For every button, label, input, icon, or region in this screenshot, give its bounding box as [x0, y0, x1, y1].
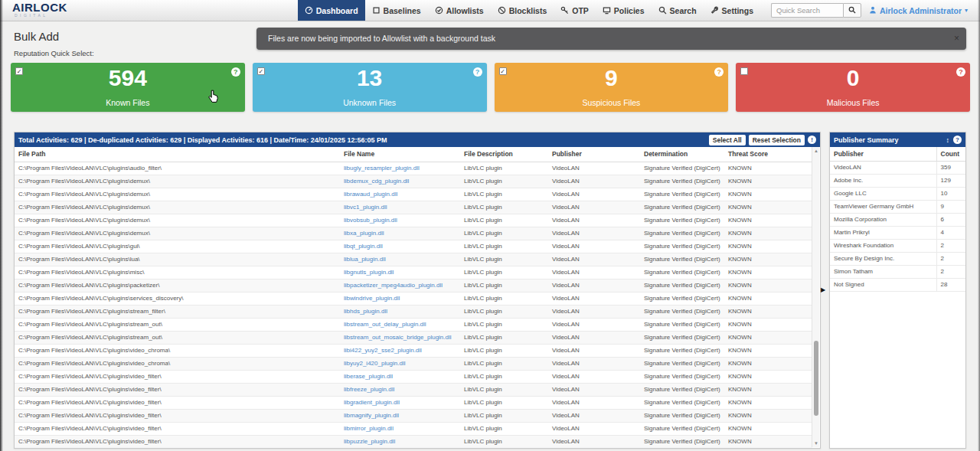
file-name-link[interactable]: libi422_yuy2_sse2_plugin.dll	[344, 347, 422, 354]
file-name-link[interactable]: libgradient_plugin.dll	[344, 399, 400, 406]
table-row[interactable]: C:\Program Files\VideoLAN\VLC\plugins\vi…	[15, 409, 812, 422]
nav-item-label: Baselines	[384, 6, 421, 15]
table-scrollbar[interactable]: ▲ ▼	[812, 147, 819, 447]
help-icon[interactable]: ?	[231, 67, 240, 77]
table-row[interactable]: C:\Program Files\VideoLAN\VLC\plugins\vi…	[15, 357, 812, 370]
reputation-card-malicious-files[interactable]: ?0Malicious Files	[736, 63, 970, 112]
help-icon[interactable]: ?	[953, 136, 962, 144]
nav-item-otp[interactable]: OTP	[554, 0, 596, 21]
file-name-link[interactable]: libfreeze_plugin.dll	[344, 386, 394, 393]
file-name-link[interactable]: libwindrive_plugin.dll	[344, 295, 400, 302]
publisher-table-header-row: PublisherCount	[830, 147, 965, 161]
card-checkbox[interactable]: ✓	[257, 67, 265, 75]
file-name-link[interactable]: libdemux_cdg_plugin.dll	[344, 178, 409, 185]
file-name-link[interactable]: libugly_resampler_plugin.dll	[344, 165, 420, 172]
nav-item-blocklists[interactable]: Blocklists	[491, 0, 554, 21]
table-row[interactable]: C:\Program Files\VideoLAN\VLC\plugins\de…	[15, 214, 812, 227]
column-header: Publisher	[830, 147, 936, 161]
file-path-cell: C:\Program Files\VideoLAN\VLC\plugins\de…	[15, 227, 340, 240]
file-name-link[interactable]: libhds_plugin.dll	[344, 308, 387, 315]
publisher-cell: VideoLAN	[548, 175, 640, 188]
card-checkbox[interactable]: ✓	[15, 67, 23, 75]
nav-item-allowlists[interactable]: Allowlists	[428, 0, 491, 21]
file-name-cell: libugly_resampler_plugin.dll	[340, 162, 460, 175]
brand-name: AIRLOCK	[12, 2, 92, 13]
table-row[interactable]: C:\Program Files\VideoLAN\VLC\plugins\de…	[15, 201, 812, 214]
quick-search-input[interactable]	[771, 3, 843, 18]
table-row[interactable]: C:\Program Files\VideoLAN\VLC\plugins\vi…	[15, 435, 812, 448]
user-menu[interactable]: Airlock Administrator ▾	[869, 0, 968, 21]
file-name-link[interactable]: libpacketizer_mpeg4audio_plugin.dll	[344, 282, 443, 289]
file-name-link[interactable]: libqt_plugin.dll	[344, 243, 383, 250]
file-name-link[interactable]: libstream_out_delay_plugin.dll	[344, 321, 426, 328]
scrollbar-thumb[interactable]	[814, 341, 818, 416]
help-icon[interactable]: ?	[473, 67, 482, 77]
file-description-cell: LibVLC plugin	[460, 396, 548, 409]
publisher-cell: VideoLAN	[548, 253, 640, 266]
reputation-card-unknown-files[interactable]: ✓?13Unknown Files	[253, 63, 487, 112]
file-name-link[interactable]: libxa_plugin.dll	[344, 230, 384, 237]
column-header: Threat Score	[724, 147, 812, 162]
table-row[interactable]: C:\Program Files\VideoLAN\VLC\plugins\vi…	[15, 370, 812, 383]
nav-item-search[interactable]: Search	[652, 0, 704, 21]
nav-item-dashboard[interactable]: Dashboard	[298, 0, 365, 21]
file-name-link[interactable]: libvobsub_plugin.dll	[344, 217, 397, 224]
file-name-link[interactable]: librawaud_plugin.dll	[344, 191, 397, 198]
table-row[interactable]: C:\Program Files\VideoLAN\VLC\plugins\st…	[15, 331, 812, 344]
table-row[interactable]: C:\Program Files\VideoLAN\VLC\plugins\st…	[15, 305, 812, 318]
file-name-link[interactable]: libvc1_plugin.dll	[344, 204, 387, 211]
nav-item-policies[interactable]: Policies	[596, 0, 652, 21]
card-checkbox[interactable]: ✓	[499, 67, 507, 75]
table-row[interactable]: C:\Program Files\VideoLAN\VLC\plugins\vi…	[15, 396, 812, 409]
select-all-button[interactable]: Select All	[709, 135, 746, 145]
file-name-cell: libxa_plugin.dll	[340, 227, 460, 240]
file-name-link[interactable]: libpuzzle_plugin.dll	[344, 438, 395, 445]
table-row[interactable]: C:\Program Files\VideoLAN\VLC\plugins\se…	[15, 292, 812, 305]
card-checkbox[interactable]	[740, 67, 748, 75]
determination-cell: Signature Verified (DigiCert)	[640, 175, 724, 188]
scroll-down-icon[interactable]: ▼	[812, 441, 820, 446]
publisher-cell: VideoLAN	[548, 266, 640, 279]
card-count: 13	[253, 66, 487, 90]
publisher-summary-table: PublisherCount VideoLAN359Adobe Inc.129G…	[830, 147, 965, 292]
resize-icon[interactable]: ↕	[946, 136, 950, 144]
file-description-cell: LibVLC plugin	[460, 383, 548, 396]
file-name-link[interactable]: libmirror_plugin.dll	[344, 425, 394, 432]
close-icon[interactable]: ×	[954, 28, 959, 50]
reputation-card-suspicious-files[interactable]: ✓?9Suspicious Files	[495, 63, 729, 112]
table-row[interactable]: C:\Program Files\VideoLAN\VLC\plugins\st…	[15, 318, 812, 331]
info-icon[interactable]: !	[808, 136, 816, 144]
scroll-up-icon[interactable]: ▲	[812, 149, 820, 153]
panel-collapse-handle[interactable]: ▶	[821, 286, 825, 293]
determination-cell: Signature Verified (DigiCert)	[640, 292, 724, 305]
toast-text: Files are now being imported to Allowlis…	[268, 34, 495, 43]
table-row[interactable]: C:\Program Files\VideoLAN\VLC\plugins\vi…	[15, 422, 812, 435]
help-icon[interactable]: ?	[956, 67, 965, 77]
file-name-link[interactable]: liberase_plugin.dll	[344, 373, 393, 380]
table-row[interactable]: C:\Program Files\VideoLAN\VLC\plugins\vi…	[15, 383, 812, 396]
table-row[interactable]: C:\Program Files\VideoLAN\VLC\plugins\vi…	[15, 344, 812, 357]
table-row[interactable]: C:\Program Files\VideoLAN\VLC\plugins\lu…	[15, 253, 812, 266]
card-count: 594	[11, 66, 245, 90]
file-path-cell: C:\Program Files\VideoLAN\VLC\plugins\de…	[15, 175, 340, 188]
file-name-link[interactable]: libgnutls_plugin.dll	[344, 269, 394, 276]
reputation-card-known-files[interactable]: ✓?594Known Files	[11, 63, 245, 112]
file-path-cell: C:\Program Files\VideoLAN\VLC\plugins\mi…	[15, 266, 340, 279]
nav-item-settings[interactable]: Settings	[704, 0, 760, 21]
table-row[interactable]: C:\Program Files\VideoLAN\VLC\plugins\gu…	[15, 240, 812, 253]
nav-item-baselines[interactable]: Baselines	[365, 0, 428, 21]
table-row[interactable]: C:\Program Files\VideoLAN\VLC\plugins\de…	[15, 175, 812, 188]
table-row[interactable]: C:\Program Files\VideoLAN\VLC\plugins\mi…	[15, 266, 812, 279]
file-name-link[interactable]: libyuy2_i420_plugin.dll	[344, 360, 406, 367]
table-row[interactable]: C:\Program Files\VideoLAN\VLC\plugins\de…	[15, 227, 812, 240]
table-row[interactable]: C:\Program Files\VideoLAN\VLC\plugins\pa…	[15, 279, 812, 292]
quick-search-button[interactable]	[843, 3, 861, 18]
column-header: Determination	[640, 147, 724, 162]
card-label: Malicious Files	[736, 98, 970, 107]
reset-selection-button[interactable]: Reset Selection	[749, 135, 805, 145]
table-row[interactable]: C:\Program Files\VideoLAN\VLC\plugins\au…	[15, 162, 812, 175]
file-name-link[interactable]: liblua_plugin.dll	[344, 256, 386, 263]
table-row[interactable]: C:\Program Files\VideoLAN\VLC\plugins\de…	[15, 188, 812, 201]
file-name-link[interactable]: libmagnify_plugin.dll	[344, 412, 399, 419]
file-name-link[interactable]: libstream_out_mosaic_bridge_plugin.dll	[344, 334, 452, 341]
